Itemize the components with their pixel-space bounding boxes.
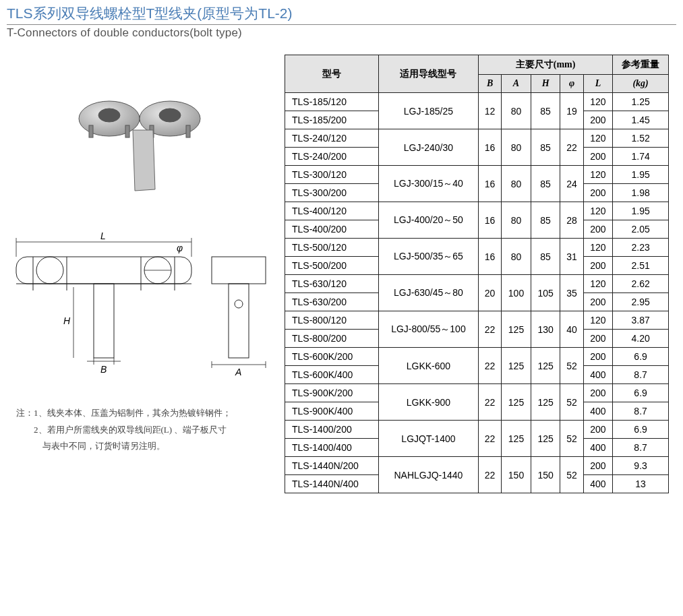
table-row: TLS-500/120LGJ-500/35～65168085311202.23 <box>285 239 669 257</box>
cell-H: 125 <box>531 421 560 457</box>
th-conductor: 适用导线型号 <box>378 55 478 93</box>
cell-A: 80 <box>502 129 531 166</box>
cell-conductor: LGJ-300/15～40 <box>378 166 478 202</box>
table-row: TLS-600K/200LGKK-60022125125522006.9 <box>285 348 669 366</box>
cell-L: 200 <box>583 148 613 166</box>
cell-L: 120 <box>583 311 613 330</box>
cell-phi: 31 <box>560 239 583 275</box>
cell-L: 120 <box>583 129 613 148</box>
page-title-cn: TLS系列双导线螺栓型T型线夹(原型号为TL-2) <box>7 4 676 25</box>
notes-line2: 2、若用户所需线夹的双导线间距(L) 、端子板尺寸 <box>34 425 227 435</box>
dimension-drawing: L φ H B A <box>9 230 279 385</box>
cell-B: 22 <box>478 384 501 421</box>
dim-label-H: H <box>63 315 71 326</box>
th-H: H <box>531 75 560 93</box>
cell-A: 125 <box>502 421 531 457</box>
cell-model: TLS-630/120 <box>285 275 379 293</box>
cell-B: 12 <box>478 93 501 129</box>
cell-H: 130 <box>531 311 560 348</box>
cell-phi: 22 <box>560 129 583 166</box>
page-title-en: T-Connectors of double conductors(bolt t… <box>7 26 676 40</box>
cell-A: 80 <box>502 93 531 129</box>
table-row: TLS-400/120LGJ-400/20～50168085281201.95 <box>285 202 669 220</box>
svg-rect-17 <box>212 257 266 284</box>
table-row: TLS-1440N/200NAHLGJQ-144022150150522009.… <box>285 457 669 475</box>
cell-L: 400 <box>583 402 613 421</box>
cell-A: 80 <box>502 202 531 239</box>
cell-A: 150 <box>502 457 531 493</box>
cell-kg: 2.51 <box>613 257 669 275</box>
cell-B: 16 <box>478 239 501 275</box>
svg-point-19 <box>235 300 243 308</box>
cell-model: TLS-1440N/200 <box>285 457 379 475</box>
cell-model: TLS-900K/400 <box>285 402 379 421</box>
cell-A: 125 <box>502 384 531 421</box>
th-dims: 主要尺寸(mm) <box>478 55 612 75</box>
cell-model: TLS-240/120 <box>285 129 379 148</box>
cell-L: 200 <box>583 457 613 475</box>
cell-phi: 24 <box>560 166 583 202</box>
cell-model: TLS-1400/200 <box>285 421 379 439</box>
cell-phi: 19 <box>560 93 583 129</box>
cell-L: 400 <box>583 366 613 384</box>
cell-B: 22 <box>478 348 501 384</box>
cell-model: TLS-240/200 <box>285 148 379 166</box>
cell-L: 120 <box>583 166 613 184</box>
th-kg: (kg) <box>613 75 669 93</box>
cell-L: 200 <box>583 293 613 311</box>
cell-kg: 1.98 <box>613 184 669 202</box>
cell-kg: 3.87 <box>613 311 669 330</box>
cell-model: TLS-600K/400 <box>285 366 379 384</box>
cell-L: 200 <box>583 330 613 348</box>
cell-conductor: LGKK-600 <box>378 348 478 384</box>
svg-rect-18 <box>229 284 249 358</box>
cell-kg: 8.7 <box>613 402 669 421</box>
cell-model: TLS-300/120 <box>285 166 379 184</box>
cell-conductor: LGJQT-1400 <box>378 421 478 457</box>
cell-A: 100 <box>502 275 531 311</box>
cell-model: TLS-1440N/400 <box>285 475 379 493</box>
cell-kg: 1.52 <box>613 129 669 148</box>
cell-L: 200 <box>583 111 613 129</box>
notes-line1: 1、线夹本体、压盖为铝制件，其余为热镀锌钢件； <box>34 408 231 418</box>
cell-kg: 2.23 <box>613 239 669 257</box>
cell-kg: 13 <box>613 475 669 493</box>
spec-table: 型号 适用导线型号 主要尺寸(mm) 参考重量 B A H φ L (kg) T… <box>285 55 669 493</box>
notes-line2b: 与表中不同，订货时请另注明。 <box>42 441 165 451</box>
cell-kg: 6.9 <box>613 348 669 366</box>
notes: 注：1、线夹本体、压盖为铝制件，其余为热镀锌钢件； 2、若用户所需线夹的双导线间… <box>9 405 276 455</box>
th-L: L <box>583 75 613 93</box>
cell-L: 200 <box>583 257 613 275</box>
cell-kg: 1.74 <box>613 148 669 166</box>
cell-conductor: LGJ-630/45～80 <box>378 275 478 311</box>
table-row: TLS-300/120LGJ-300/15～40168085241201.95 <box>285 166 669 184</box>
cell-model: TLS-800/120 <box>285 311 379 330</box>
cell-H: 150 <box>531 457 560 493</box>
cell-B: 16 <box>478 129 501 166</box>
svg-rect-5 <box>125 125 129 137</box>
cell-H: 85 <box>531 166 560 202</box>
svg-rect-16 <box>94 284 114 358</box>
cell-conductor: LGJ-185/25 <box>378 93 478 129</box>
cell-L: 400 <box>583 439 613 457</box>
svg-point-2 <box>98 109 120 122</box>
table-row: TLS-900K/200LGKK-90022125125522006.9 <box>285 384 669 402</box>
product-photo <box>62 82 224 210</box>
cell-model: TLS-500/120 <box>285 239 379 257</box>
cell-kg: 8.7 <box>613 439 669 457</box>
cell-kg: 1.95 <box>613 166 669 184</box>
dim-label-A: A <box>235 367 241 377</box>
cell-conductor: NAHLGJQ-1440 <box>378 457 478 493</box>
cell-kg: 1.45 <box>613 111 669 129</box>
cell-model: TLS-185/200 <box>285 111 379 129</box>
th-A: A <box>502 75 531 93</box>
th-B: B <box>478 75 501 93</box>
cell-kg: 8.7 <box>613 366 669 384</box>
cell-model: TLS-300/200 <box>285 184 379 202</box>
cell-B: 20 <box>478 275 501 311</box>
cell-phi: 52 <box>560 457 583 493</box>
svg-point-3 <box>159 109 181 122</box>
table-row: TLS-630/120LGJ-630/45～8020100105351202.6… <box>285 275 669 293</box>
cell-conductor: LGKK-900 <box>378 384 478 421</box>
cell-conductor: LGJ-400/20～50 <box>378 202 478 239</box>
